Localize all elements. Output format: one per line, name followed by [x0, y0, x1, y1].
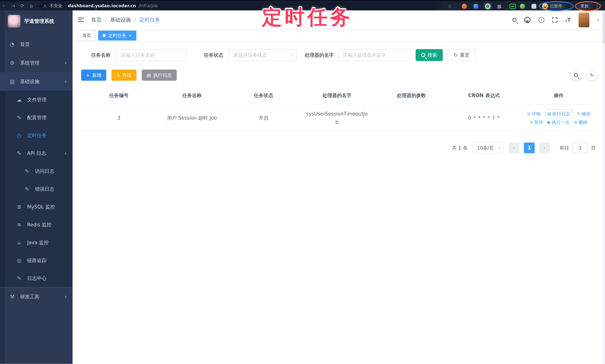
browser-home-icon[interactable]: ⌂ [27, 1, 36, 10]
browser-reload-icon[interactable]: ⟳ [18, 1, 27, 10]
tab-close-icon[interactable]: × [129, 33, 132, 38]
edit-link[interactable]: ✎修改 [577, 110, 590, 118]
delete-link[interactable]: ⊟删除 [574, 118, 588, 127]
sidebar-item-access-logs[interactable]: ✎ 访问日志 [0, 162, 73, 180]
sidebar-item-mysql-monitor[interactable]: ≣ MySQL 监控 [0, 198, 73, 216]
search-icon[interactable] [512, 18, 516, 22]
sidebar-item-config-mgmt[interactable]: ✎ 配置管理 [0, 109, 73, 127]
page-unit-label: 页 [591, 145, 596, 151]
detail-label: 详细 [532, 110, 541, 118]
add-button[interactable]: + 新增 [81, 70, 106, 81]
puzzle-glyph [531, 4, 536, 9]
user-avatar[interactable] [579, 13, 589, 27]
breadcrumb-infrastructure[interactable]: 基础设施 [110, 16, 131, 24]
execution-log-link[interactable]: ▤执行日志 [545, 109, 572, 118]
actions-line-2: ✕暂停 ▶执行一次 ⊟删除 [519, 118, 598, 127]
page-size-select[interactable]: 10条/页 ∨ [472, 142, 504, 154]
sidebar-item-label: 基础设施 [20, 78, 39, 85]
user-menu-caret-icon[interactable]: ▾ [597, 18, 599, 22]
refresh-table-button[interactable]: ↻ [586, 69, 598, 81]
pause-link[interactable]: ✕暂停 [530, 118, 543, 127]
extension-orange-icon[interactable] [461, 2, 467, 10]
toggle-search-button[interactable] [570, 69, 582, 81]
sidebar-item-error-logs[interactable]: ✎ 错误日志 [0, 180, 73, 198]
execution-log-label: 执行日志 [552, 110, 570, 118]
sidebar-item-redis-monitor[interactable]: ≋ Redis 监控 [0, 216, 73, 234]
export-button[interactable]: ⇩ 导出 [111, 70, 137, 81]
sidebar-item-trace[interactable]: ◎ 链路追踪 [0, 251, 73, 269]
table-toolbar: + 新增 ⇩ 导出 ▤ 执行日志 ↻ [81, 69, 598, 81]
cell-job-id: 3 [81, 104, 157, 132]
scrollbar-thumb[interactable] [603, 11, 605, 44]
sidebar-item-label: Java 监控 [27, 239, 49, 246]
cell-handler-name: sysUserSessionTimeoutJob [300, 104, 374, 132]
cell-actions: ◎详细 ▤执行日志 ✎修改 ✕暂停 ▶执行一次 ⊟删除 [519, 104, 598, 132]
pagination: 共 1 条 10条/页 ∨ ‹ 1 › 前往 页 [81, 142, 598, 154]
handler-name-input[interactable] [338, 49, 411, 61]
extension-grid-icon[interactable]: ▦ [496, 2, 503, 10]
breadcrumb-current: 定时任务 [139, 16, 160, 24]
browser-update-button[interactable]: 更新 [576, 2, 593, 10]
sidebar-item-api-logs[interactable]: ✎ API 日志 ∧ [0, 144, 73, 162]
page-1-button[interactable]: 1 [524, 143, 535, 153]
sidebar-item-scheduled-tasks[interactable]: ◷ 定时任务 [0, 127, 73, 144]
extension-green-icon[interactable] [485, 2, 491, 10]
export-button-label: 导出 [122, 72, 132, 78]
tab-home[interactable]: 首页 [78, 30, 96, 40]
run-once-link[interactable]: ▶执行一次 [548, 118, 570, 127]
sidebar-item-file-mgmt[interactable]: ☁ 文件管理 [0, 91, 73, 109]
sidebar-item-log-center[interactable]: ✎ 日志中心 [0, 269, 73, 287]
github-icon[interactable] [524, 17, 531, 23]
sidebar-item-label: Redis 监控 [27, 221, 51, 228]
fullscreen-icon[interactable] [552, 17, 557, 23]
sidebar-item-system-mgmt[interactable]: ⚙ 系统管理 ∨ [0, 53, 73, 72]
sidebar-logo[interactable]: 芋道管理系统 [0, 10, 73, 32]
job-name-input[interactable] [116, 49, 187, 61]
sidebar-item-home[interactable]: ◔ 首页 [0, 35, 73, 53]
sidebar-item-infrastructure[interactable]: ▤ 基础设施 ∧ [0, 72, 73, 91]
search-button[interactable]: 搜索 [416, 49, 443, 61]
detail-link[interactable]: ◎详细 [527, 110, 541, 118]
goto-label: 前往 [560, 145, 569, 151]
browser-forward-icon[interactable]: → [9, 1, 18, 10]
next-page-button[interactable]: › [539, 143, 550, 153]
app-title: 芋道管理系统 [24, 18, 54, 25]
bookmark-star-icon[interactable]: ☆ [446, 2, 454, 10]
chevron-up-icon: ∧ [64, 151, 67, 156]
sidebar-item-label: MySQL 监控 [27, 204, 55, 210]
extension-blue-icon[interactable] [473, 2, 479, 10]
job-status-select[interactable]: 请选择任务状态 ∨ [228, 49, 297, 61]
prev-page-button[interactable]: ‹ [509, 143, 519, 153]
delete-label: 删除 [579, 118, 588, 127]
browser-back-icon[interactable]: ← [0, 1, 9, 10]
page-size-value: 10条/页 [477, 145, 494, 151]
profile-paused-chip[interactable]: 已暂停 [541, 2, 566, 10]
run-once-label: 执行一次 [552, 118, 570, 127]
sidebar-item-dev-tools[interactable]: ⚒ 研发工具 ∨ [0, 287, 73, 306]
edit-label: 修改 [581, 110, 590, 118]
address-bar[interactable]: ⚠ 不安全 dashboard.yudao.iocoder.cn/infra/j… [39, 2, 441, 10]
breadcrumb-home[interactable]: 首页 [91, 16, 102, 24]
sidebar-item-java-monitor[interactable]: ☕ Java 监控 [0, 234, 73, 251]
execution-log-button-label: 执行日志 [153, 72, 172, 78]
execution-log-button[interactable]: ▤ 执行日志 [142, 70, 177, 81]
help-icon[interactable]: ? [539, 17, 544, 23]
font-size-icon[interactable]: тT [565, 17, 571, 23]
on-badge-label: on [510, 4, 516, 9]
extensions-puzzle-icon[interactable] [531, 2, 537, 10]
browser-menu-kebab-icon[interactable]: ⋮ [595, 2, 600, 10]
sidebar-collapse-icon[interactable] [78, 18, 84, 22]
reset-button[interactable]: ↻ 重置 [447, 49, 475, 61]
extension-on-badge[interactable]: on [509, 2, 516, 10]
extension-bug-icon[interactable] [519, 2, 525, 10]
tab-scheduled-tasks[interactable]: 定时任务 × [98, 30, 136, 40]
not-secure-label[interactable]: 不安全 [50, 3, 62, 9]
app-frame: 芋道管理系统 ◔ 首页 ⚙ 系统管理 ∨ ▤ 基础设施 ∧ [0, 10, 605, 364]
goto-page-input[interactable] [572, 143, 588, 153]
monitor-icon: ▤ [9, 78, 15, 85]
page-scrollbar[interactable] [602, 10, 605, 364]
sidebar-item-label: 日志中心 [27, 275, 47, 282]
sidebar-item-label: 系统管理 [20, 60, 39, 66]
goto-page: 前往 页 [560, 143, 596, 153]
active-tab-dot [103, 34, 106, 37]
